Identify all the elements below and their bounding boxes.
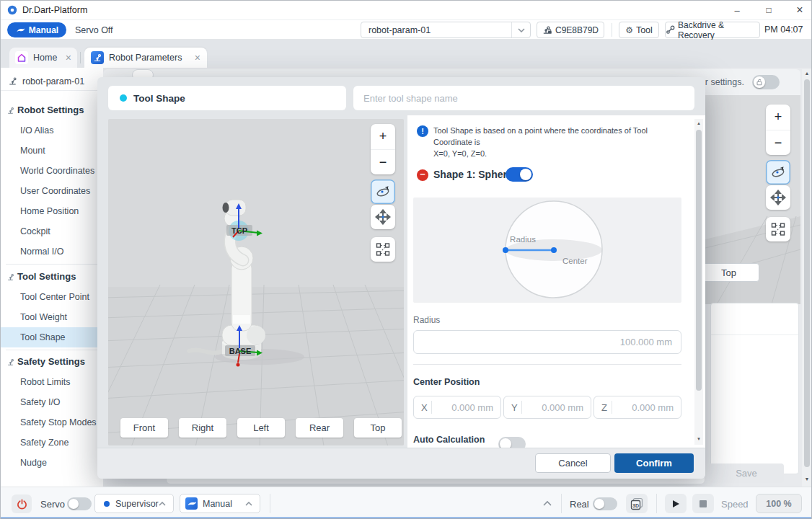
app-logo-icon [7,5,17,17]
robot-id: C9E8B79D [555,25,599,35]
shape-enabled-toggle[interactable] [506,167,533,182]
view-front-button[interactable]: Front [120,418,168,438]
robot-3d-canvas: BASE TCP [108,119,404,445]
sidebar-item-io-alias[interactable]: I/O Alias [0,120,103,141]
backdrive-icon [666,25,675,35]
background-orbit-button[interactable] [766,160,790,185]
dialog-orbit-button[interactable] [371,179,395,204]
dialog-scrollbar-thumb[interactable] [696,130,702,391]
sidebar-item-home-position[interactable]: Home Position [0,201,103,221]
sidebar-section-tool-settings: Tool Settings [0,267,103,287]
tab-robot-parameters[interactable]: Robot Parameters × [84,48,207,68]
real-toggle[interactable] [593,497,617,510]
servo-toggle[interactable] [67,497,92,510]
robot-parameters-tab-icon [91,51,104,64]
sidebar-item-safety-zone[interactable]: Safety Zone [0,432,103,453]
background-pan-button[interactable] [766,185,790,210]
tab-robot-parameters-close-icon[interactable]: × [195,52,200,63]
shape-title: Shape 1: Sphere [433,169,513,180]
sidebar-item-safety-stop-modes[interactable]: Safety Stop Modes [0,412,103,432]
zoom-in-button[interactable]: + [371,124,395,149]
speed-value-box[interactable]: 100 % [756,494,802,513]
play-button[interactable] [665,494,687,513]
item-label: Cockpit [20,226,50,236]
parameter-lock-toggle[interactable] [752,75,780,89]
item-label: Normal I/O [20,247,63,257]
dialog-scroll-down-icon[interactable]: ▼ [694,435,703,443]
main-scrollbar[interactable]: ▲ ▼ [802,69,812,487]
sidebar-item-tool-center-point[interactable]: Tool Center Point [0,287,103,307]
view-3d-button[interactable]: 3D [626,494,648,513]
unlock-icon [754,76,765,88]
toggle-knob [69,499,79,509]
axis-value: 0.000 mm [432,402,500,413]
main-scrollbar-thumb[interactable] [804,79,810,467]
param-select[interactable]: robot-param-01 [361,22,531,38]
save-button[interactable]: Save [709,463,784,483]
dialog-scrollbar[interactable]: ▲ ▼ [694,119,703,445]
mode-button[interactable]: Manual [7,22,66,37]
sidebar-item-safety-io[interactable]: Safety I/O [0,392,103,412]
minimize-icon: – [734,5,739,16]
zoom-out-button[interactable]: − [766,130,790,155]
confirm-button[interactable]: Confirm [614,453,694,473]
tool-button[interactable]: ⚙ Tool [619,22,659,38]
sidebar-item-nudge[interactable]: Nudge [0,453,103,473]
window-minimize-button[interactable]: – [725,0,749,20]
measure-icon [770,221,786,237]
window-maximize-button[interactable]: □ [757,0,780,20]
dialog-measure-button[interactable] [371,237,395,262]
axis-letter: Z [594,402,612,413]
sidebar-item-mount[interactable]: Mount [0,141,103,161]
safety-settings-icon [6,358,15,367]
sidebar-item-robot-limits[interactable]: Robot Limits [0,372,103,392]
dialog-pan-button[interactable] [371,205,395,229]
view-rear-button[interactable]: Rear [296,418,343,438]
background-measure-button[interactable] [766,217,790,241]
sidebar-item-tool-weight[interactable]: Tool Weight [0,307,103,327]
stop-button[interactable] [692,494,714,513]
panel-divider [711,334,798,335]
scroll-up-icon[interactable]: ▲ [802,69,812,78]
view-left-button[interactable]: Left [237,418,285,438]
tab-home[interactable]: Home × [9,48,77,68]
zoom-in-button[interactable]: + [766,105,790,130]
robot-lock-icon [542,25,552,35]
sidebar-item-cockpit[interactable]: Cockpit [0,221,103,241]
tab-home-close-icon[interactable]: × [66,52,71,63]
cancel-button[interactable]: Cancel [535,453,611,473]
view-right-button[interactable]: Right [179,418,226,438]
three-d-glyph: 3D [632,502,639,507]
sidebar-item-tool-shape[interactable]: Tool Shape [0,327,103,347]
center-y-input[interactable]: Y 0.000 mm [503,396,591,419]
sidebar-item-normal-io[interactable]: Normal I/O [0,241,103,262]
diagram-center-label: Center [562,257,588,265]
orbit-icon [375,184,391,200]
role-select[interactable]: Supervisor [94,494,174,513]
backdrive-button[interactable]: Backdrive & Recovery [665,22,760,38]
item-label: Tool Weight [20,312,67,322]
dialog-scroll-up-icon[interactable]: ▲ [694,119,703,128]
power-button[interactable] [12,494,32,513]
param-select-chevron [511,22,530,37]
view-top-button[interactable]: Top [354,418,402,438]
mode-select-icon [185,497,198,510]
background-view-top-button[interactable]: Top [698,263,759,282]
dialog-zoom-controls: + − [371,124,395,174]
radius-input[interactable]: 100.000 mm [413,330,681,354]
operation-mode-select[interactable]: Manual [180,494,260,513]
info-line-1: Tool Shape is based on a point where the… [433,125,687,148]
center-z-input[interactable]: Z 0.000 mm [593,396,681,419]
dialog-3d-viewport[interactable]: BASE TCP Front Right Left Rear Top [108,119,404,445]
sidebar-item-world-coordinates[interactable]: World Coordinates [0,161,103,181]
remove-shape-icon[interactable]: − [417,169,428,181]
center-x-input[interactable]: X 0.000 mm [413,396,501,419]
scroll-down-icon[interactable]: ▼ [802,475,812,484]
window-close-button[interactable]: × [788,0,811,20]
sidebar-item-user-coordinates[interactable]: User Coordinates [0,181,103,201]
sidebar-header[interactable]: robot-param-01 [0,72,103,91]
dock-expand-chevron[interactable] [542,498,552,509]
robot-id-badge[interactable]: C9E8B79D [537,22,604,38]
tool-shape-name-input[interactable] [353,86,694,110]
zoom-out-button[interactable]: − [371,149,395,174]
